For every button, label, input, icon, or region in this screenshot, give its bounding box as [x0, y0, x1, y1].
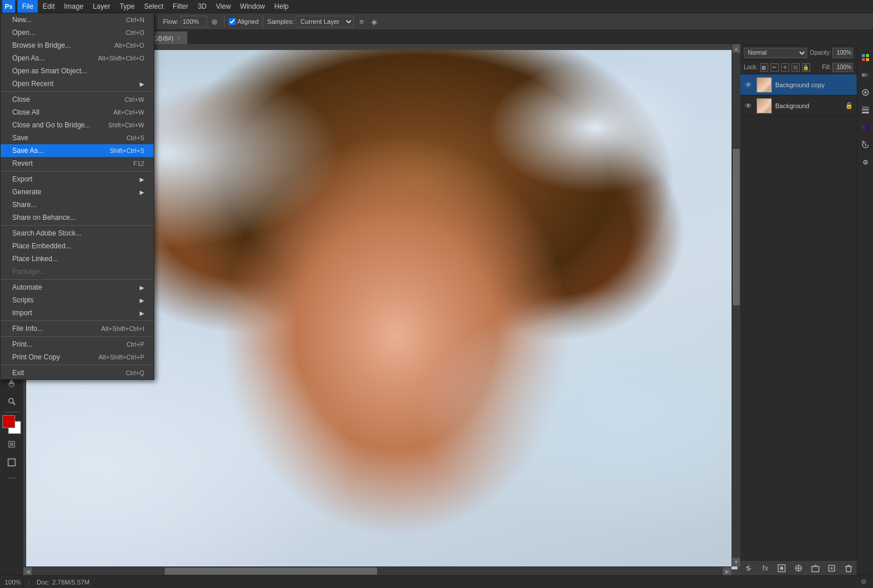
gradients-icon[interactable] [859, 69, 872, 81]
menu-open-recent[interactable]: Open Recent ▶ [1, 77, 154, 90]
layer-item-0[interactable]: 👁 Background copy [740, 74, 857, 95]
menu-save-shortcut: Ctrl+S [126, 134, 144, 141]
menu-layer[interactable]: Layer [88, 0, 115, 13]
canvas-hscroll[interactable]: ◀ ▶ [23, 566, 732, 575]
zoom-info: 100% [5, 579, 21, 586]
menu-save[interactable]: Save Ctrl+S [1, 131, 154, 144]
menu-revert-shortcut: F12 [133, 160, 144, 167]
menu-place-embedded[interactable]: Place Embedded... [1, 240, 154, 252]
add-style-btn[interactable]: fx [759, 562, 772, 575]
quick-mask-mode[interactable] [2, 436, 21, 453]
screen-mode[interactable] [2, 454, 21, 471]
menu-file[interactable]: File [17, 0, 38, 13]
delete-layer-btn[interactable] [842, 562, 855, 575]
new-group-btn[interactable] [809, 562, 822, 575]
menu-search-stock[interactable]: Search Adobe Stock... [1, 227, 154, 240]
sample-all-layers-icon[interactable]: ≡ [356, 16, 367, 27]
vscroll-down[interactable]: ▼ [732, 558, 740, 566]
menu-close[interactable]: Close Ctrl+W [1, 93, 154, 106]
menu-print-one[interactable]: Print One Copy Alt+Shift+Ctrl+P [1, 351, 154, 364]
svg-rect-37 [862, 112, 869, 113]
layer-visibility-1[interactable]: 👁 [744, 101, 753, 111]
menu-place-linked[interactable]: Place Linked... [1, 252, 154, 265]
layer-visibility-0[interactable]: 👁 [744, 80, 753, 90]
doc-label: Doc: [37, 579, 50, 586]
menu-scripts[interactable]: Scripts ▶ [1, 294, 154, 307]
menu-browse-bridge[interactable]: Browse in Bridge... Alt+Ctrl+O [1, 39, 154, 52]
menu-open-smart-object[interactable]: Open as Smart Object... [1, 65, 154, 77]
pressure-flow-icon[interactable]: ⊕ [210, 16, 220, 27]
swatches-icon[interactable] [859, 51, 872, 64]
menu-type[interactable]: Type [115, 0, 139, 13]
samples-select[interactable]: Current Layer [296, 16, 354, 27]
menu-close-bridge[interactable]: Close and Go to Bridge... Shift+Ctrl+W [1, 119, 154, 131]
link-layers-btn[interactable] [742, 562, 755, 575]
flow-input[interactable]: 100% [180, 16, 207, 27]
menu-3d[interactable]: 3D [193, 0, 211, 13]
lock-all-btn[interactable]: 🔒 [802, 63, 810, 72]
menu-divider-4 [1, 279, 154, 280]
menu-image[interactable]: Image [59, 0, 88, 13]
lock-image-btn[interactable]: ✏ [771, 63, 779, 72]
menu-open[interactable]: Open... Ctrl+O [1, 26, 154, 39]
menu-edit[interactable]: Edit [38, 0, 59, 13]
history-icon[interactable] [859, 138, 872, 151]
new-layer-btn[interactable] [825, 562, 838, 575]
menu-export[interactable]: Export ▶ [1, 173, 154, 186]
menu-help[interactable]: Help [269, 0, 293, 13]
properties-icon[interactable] [859, 156, 872, 169]
lock-artboards-btn[interactable]: ⊟ [792, 63, 800, 72]
vscroll-up[interactable]: ▲ [732, 44, 740, 53]
menu-import[interactable]: Import ▶ [1, 307, 154, 319]
menu-filter[interactable]: Filter [168, 0, 193, 13]
diffuse-icon[interactable]: ◈ [369, 16, 379, 27]
menu-close-all[interactable]: Close All Alt+Ctrl+W [1, 106, 154, 119]
layers-lock-bar: Lock: ▩ ✏ ✛ ⊟ 🔒 Fill: 100% [740, 60, 857, 74]
menu-automate[interactable]: Automate ▶ [1, 281, 154, 294]
menu-generate[interactable]: Generate ▶ [1, 186, 154, 198]
lock-pixels-btn[interactable]: ▩ [760, 63, 768, 72]
aligned-checkbox[interactable] [229, 18, 236, 25]
menu-exit[interactable]: Exit Ctrl+Q [1, 366, 154, 379]
svg-rect-49 [812, 566, 819, 572]
new-adjustment-btn[interactable] [792, 562, 805, 575]
more-tools[interactable]: ··· [6, 472, 16, 484]
channels-far-icon[interactable] [859, 121, 872, 134]
styles-icon[interactable] [859, 86, 872, 99]
foreground-color-swatch[interactable] [2, 415, 15, 428]
hscroll-right[interactable]: ▶ [723, 567, 732, 575]
menu-divider-7 [1, 365, 154, 365]
fill-input[interactable]: 100% [832, 63, 853, 72]
menu-view[interactable]: View [211, 0, 236, 13]
blend-mode-select[interactable]: Normal [744, 48, 807, 58]
menu-file-info[interactable]: File Info... Alt+Shift+Ctrl+I [1, 322, 154, 335]
hscroll-left[interactable]: ◀ [23, 567, 32, 575]
menu-select[interactable]: Select [139, 0, 168, 13]
zoom-tool[interactable] [2, 393, 21, 410]
vscroll-thumb[interactable] [733, 149, 740, 305]
menu-window[interactable]: Window [236, 0, 270, 13]
color-swatches[interactable] [2, 415, 21, 434]
samples-control: Samples: Current Layer [267, 16, 354, 27]
status-gear-icon[interactable]: ⚙ [859, 578, 868, 587]
opacity-input-layers[interactable]: 100% [832, 48, 853, 58]
fill-control: Fill: 100% [822, 63, 853, 72]
menu-file-info-shortcut: Alt+Shift+Ctrl+I [101, 325, 144, 332]
menu-save-as[interactable]: Save As... Shift+Ctrl+S [1, 144, 154, 157]
hscroll-thumb[interactable] [165, 568, 377, 575]
layer-item-1[interactable]: 👁 Background 🔒 [740, 95, 857, 116]
menu-print[interactable]: Print... Ctrl+P [1, 338, 154, 351]
menu-revert[interactable]: Revert F12 [1, 157, 154, 170]
canvas-vscroll[interactable]: ▲ ▼ [732, 44, 740, 566]
svg-rect-25 [8, 459, 15, 466]
layers-far-icon[interactable] [859, 104, 872, 116]
lock-position-btn[interactable]: ✛ [781, 63, 789, 72]
menu-share[interactable]: Share... [1, 198, 154, 211]
add-mask-btn[interactable] [775, 562, 788, 575]
options-separator-4 [224, 16, 225, 27]
menu-package[interactable]: Package... [1, 265, 154, 278]
menu-open-as[interactable]: Open As... Alt+Shift+Ctrl+O [1, 52, 154, 65]
menu-new[interactable]: New... Ctrl+N [1, 13, 154, 26]
menu-share-behance[interactable]: Share on Behance... [1, 211, 154, 224]
tab-2-close[interactable]: × [177, 35, 180, 41]
